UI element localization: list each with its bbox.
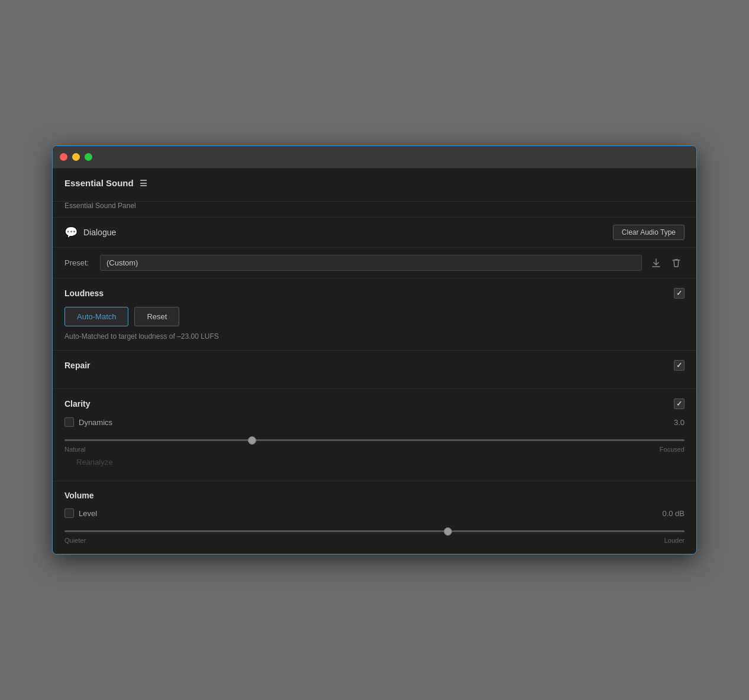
panel-title-row: Essential Sound ☰ (64, 178, 685, 188)
dynamics-value: 3.0 (674, 418, 685, 427)
volume-section: Volume Level 0.0 dB Quieter Louder (53, 481, 696, 554)
preset-row: Preset: (Custom) (53, 248, 696, 278)
preset-select[interactable]: (Custom) (100, 255, 642, 271)
level-checkbox[interactable] (64, 508, 74, 518)
preset-delete-button[interactable] (668, 256, 685, 270)
dynamics-label: Dynamics (79, 418, 112, 427)
dynamics-checkbox[interactable] (64, 417, 74, 427)
audio-type-row: 💬 Dialogue Clear Audio Type (53, 218, 696, 248)
clarity-header: Clarity (64, 398, 685, 409)
clarity-title: Clarity (64, 399, 91, 409)
loudness-checkbox[interactable] (674, 288, 685, 299)
minimize-button[interactable] (72, 153, 80, 161)
dialogue-text: Dialogue (83, 228, 116, 237)
repair-header: Repair (64, 360, 685, 371)
dynamics-label-right: Focused (660, 446, 685, 453)
preset-label: Preset: (64, 258, 94, 267)
level-value: 0.0 dB (662, 509, 685, 518)
maximize-button[interactable] (85, 153, 92, 161)
loudness-section: Loudness Auto-Match Reset Auto-Matched t… (53, 278, 696, 351)
preset-actions (648, 256, 685, 270)
dynamics-slider-labels: Natural Focused (64, 446, 685, 453)
panel-subtitle: Essential Sound Panel (53, 202, 696, 218)
close-button[interactable] (60, 153, 67, 161)
panel-header: Essential Sound ☰ (53, 168, 696, 202)
clear-audio-type-button[interactable]: Clear Audio Type (613, 225, 685, 240)
dialogue-label: 💬 Dialogue (64, 226, 116, 239)
level-slider[interactable] (64, 530, 685, 532)
loudness-title: Loudness (64, 289, 104, 298)
dynamics-label-left: Natural (64, 446, 85, 453)
loudness-header: Loudness (64, 288, 685, 299)
dynamics-row: Dynamics 3.0 (64, 417, 685, 427)
preset-save-button[interactable] (648, 256, 664, 270)
clarity-section: Clarity Dynamics 3.0 Natural Focused Re (53, 389, 696, 481)
loudness-info: Auto-Matched to target loudness of –23.0… (64, 332, 685, 341)
level-label-right: Louder (664, 537, 685, 544)
dynamics-slider[interactable] (64, 439, 685, 441)
volume-title: Volume (64, 491, 94, 500)
panel-title-text: Essential Sound (64, 178, 134, 188)
dynamics-slider-container (64, 433, 685, 443)
clarity-checkbox[interactable] (674, 398, 685, 409)
level-label-row: Level (64, 508, 97, 518)
level-row: Level 0.0 dB (64, 508, 685, 518)
title-bar (53, 146, 696, 168)
repair-title: Repair (64, 361, 91, 370)
loudness-buttons: Auto-Match Reset (64, 307, 685, 326)
dynamics-label-row: Dynamics (64, 417, 112, 427)
repair-checkbox[interactable] (674, 360, 685, 371)
preset-select-wrapper: (Custom) (100, 255, 642, 271)
scrollable-content[interactable]: Loudness Auto-Match Reset Auto-Matched t… (53, 278, 696, 554)
dialogue-icon: 💬 (64, 226, 78, 239)
volume-header: Volume (64, 491, 685, 500)
main-window: Essential Sound ☰ Essential Sound Panel … (52, 145, 697, 555)
reanalyze-label: Reanalyze (76, 458, 112, 466)
reanalyze-section: Reanalyze (64, 453, 685, 471)
level-slider-container (64, 524, 685, 534)
menu-icon[interactable]: ☰ (140, 179, 147, 188)
reset-button[interactable]: Reset (134, 307, 179, 326)
level-label: Level (79, 509, 97, 518)
repair-section: Repair (53, 351, 696, 389)
auto-match-button[interactable]: Auto-Match (64, 307, 128, 326)
level-slider-labels: Quieter Louder (64, 537, 685, 544)
level-label-left: Quieter (64, 537, 86, 544)
